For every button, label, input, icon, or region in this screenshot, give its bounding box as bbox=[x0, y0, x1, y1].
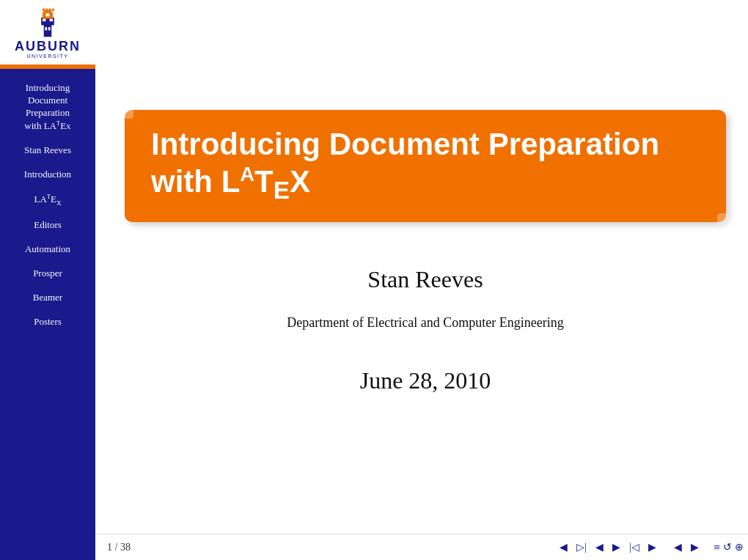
title-banner: Introducing Document Preparation with LA… bbox=[125, 110, 726, 222]
nav-prev-frame-button[interactable]: ▷| bbox=[573, 539, 590, 555]
slide-area: Introducing Document Preparation with LA… bbox=[95, 0, 748, 534]
nav-toc-icon[interactable]: ≡ bbox=[714, 541, 720, 554]
main-content: Introducing Document Preparation with LA… bbox=[95, 0, 748, 560]
banner-corner-tl bbox=[122, 107, 133, 119]
nav-return-icon[interactable]: ↺ bbox=[723, 541, 732, 553]
slide-date: June 28, 2010 bbox=[360, 367, 491, 394]
svg-rect-0 bbox=[44, 24, 52, 37]
nav-first-button[interactable]: ◀ bbox=[557, 539, 571, 555]
sidebar-item-beamer[interactable]: Beamer bbox=[0, 286, 95, 310]
nav-search-icon[interactable]: ⊕ bbox=[735, 541, 744, 553]
nav-next-button[interactable]: ▶ bbox=[609, 539, 623, 555]
svg-rect-2 bbox=[48, 27, 51, 30]
university-logo: AUBURN UNIVERSITY bbox=[0, 0, 95, 65]
banner-corner-br bbox=[717, 213, 729, 225]
auburn-subtitle: UNIVERSITY bbox=[26, 54, 68, 59]
sidebar-item-introduction[interactable]: Introduction bbox=[0, 163, 95, 187]
auburn-tower-icon bbox=[32, 6, 64, 38]
sidebar-item-latex[interactable]: LATEX bbox=[0, 187, 95, 214]
sidebar-item-posters[interactable]: Posters bbox=[0, 310, 95, 334]
sidebar-item-automation[interactable]: Automation bbox=[0, 237, 95, 262]
svg-rect-5 bbox=[50, 19, 53, 22]
svg-rect-8 bbox=[43, 9, 45, 12]
navigation-controls[interactable]: ◀ ▷| ◀ ▶ |◁ ▶ ◀ ▶ ≡ ↺ ⊕ bbox=[557, 539, 744, 555]
nav-next-section-button[interactable]: ▶ bbox=[688, 539, 702, 555]
auburn-name: AUBURN bbox=[15, 40, 81, 53]
svg-rect-4 bbox=[43, 19, 45, 22]
slide-title: Introducing Document Preparation with LA… bbox=[151, 126, 700, 206]
svg-point-12 bbox=[45, 13, 49, 17]
nav-prev-button[interactable]: ◀ bbox=[593, 539, 606, 555]
svg-rect-11 bbox=[52, 9, 54, 12]
sidebar-navigation: Introducing Document Preparation with LA… bbox=[0, 69, 95, 560]
sidebar: AUBURN UNIVERSITY Introducing Document P… bbox=[0, 0, 95, 560]
slide-author: Stan Reeves bbox=[367, 266, 483, 293]
sidebar-item-prosper[interactable]: Prosper bbox=[0, 262, 95, 286]
sidebar-item-editors[interactable]: Editors bbox=[0, 213, 95, 237]
nav-prev-section-button[interactable]: ◀ bbox=[671, 539, 685, 555]
slide-department: Department of Electrical and Computer En… bbox=[287, 315, 563, 331]
svg-rect-9 bbox=[45, 9, 48, 12]
slide-number: 1 / 38 bbox=[107, 542, 131, 553]
sidebar-item-stan-reeves[interactable]: Stan Reeves bbox=[0, 139, 95, 163]
bottom-bar: 1 / 38 ◀ ▷| ◀ ▶ |◁ ▶ ◀ ▶ ≡ ↺ ⊕ bbox=[95, 534, 748, 560]
nav-last-button[interactable]: ▶ bbox=[645, 539, 659, 555]
sidebar-section-header[interactable]: Introducing Document Preparation with LA… bbox=[0, 75, 95, 139]
svg-rect-1 bbox=[45, 27, 47, 30]
nav-next-frame-button[interactable]: |◁ bbox=[626, 539, 642, 555]
svg-rect-10 bbox=[49, 9, 51, 12]
